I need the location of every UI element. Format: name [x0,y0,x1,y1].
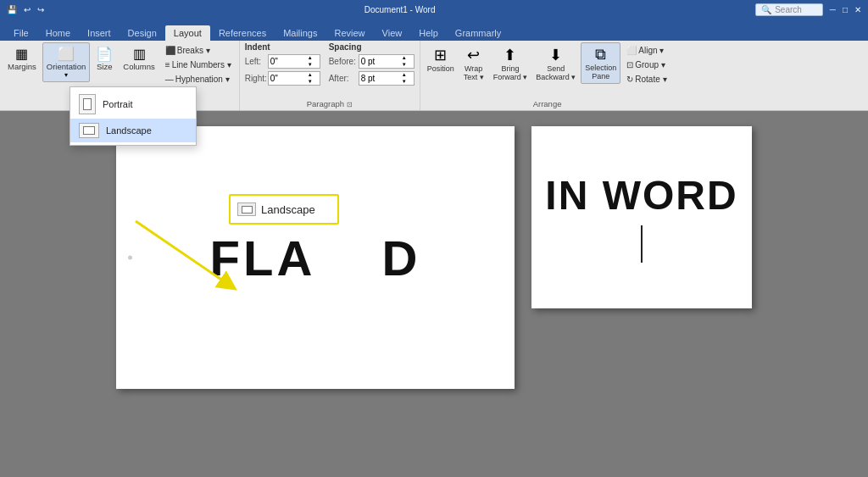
selection-pane-icon: ⧉ [595,46,606,64]
tab-design[interactable]: Design [120,25,165,41]
search-placeholder: Search [775,5,802,14]
line-numbers-button[interactable]: ≡ Line Numbers ▾ [161,58,236,71]
portrait-option[interactable]: Portrait [70,90,196,119]
document-page-1: FLA D [116,126,515,389]
align-button[interactable]: ⬜ Align ▾ [622,44,670,57]
window-minimize[interactable]: ─ [830,5,836,14]
margins-label: Margins [8,62,36,71]
tab-view[interactable]: View [374,25,411,41]
send-backward-button[interactable]: ⬇ SendBackward ▾ [532,42,579,85]
hyphenation-icon: — [165,75,174,84]
position-button[interactable]: ⊞ Position [424,42,458,76]
indent-right-label: Right: [245,74,265,83]
send-backward-label: SendBackward ▾ [536,64,576,81]
rotate-icon: ↻ [626,75,633,84]
tab-insert[interactable]: Insert [79,25,120,41]
orientation-dropdown-icon: ▾ [64,71,68,79]
position-icon: ⊞ [434,46,447,64]
bring-forward-icon: ⬆ [504,46,516,64]
page-2-cursor [641,225,643,263]
selection-pane-label: SelectionPane [585,64,616,80]
tab-references[interactable]: References [210,25,275,41]
spacing-before-down[interactable]: ▼ [402,62,407,68]
orientation-button[interactable]: ⬜ Orientation ▾ [42,42,90,82]
bring-forward-label: BringForward ▾ [493,64,528,81]
bring-forward-button[interactable]: ⬆ BringForward ▾ [490,42,531,85]
indent-right-down[interactable]: ▼ [308,79,313,85]
ribbon-group-paragraph: Indent Left: ▲ ▼ Right: [240,41,420,110]
tab-home[interactable]: Home [37,25,79,41]
spacing-after-value[interactable] [361,74,402,83]
callout-in-document: Landscape [229,194,339,225]
selection-pane-button[interactable]: ⧉ SelectionPane [581,42,620,84]
tab-review[interactable]: Review [326,25,374,41]
quick-access-undo[interactable]: ↩ [24,5,31,14]
margins-button[interactable]: ▦ Margins [3,42,41,75]
landscape-label: Landscape [106,125,152,136]
indent-left-spinner[interactable]: ▲ ▼ [308,55,313,67]
size-button[interactable]: 📄 Size [92,42,117,75]
indent-left-down[interactable]: ▼ [308,62,313,68]
document-title: Document1 - Word [51,5,748,14]
columns-button[interactable]: ▥ Columns [119,42,159,75]
callout-landscape-label: Landscape [261,203,315,216]
spacing-after-spinner[interactable]: ▲ ▼ [402,72,407,84]
wrap-text-label: WrapText ▾ [464,64,484,81]
spacing-before-row: Before: ▲ ▼ [329,54,415,69]
breaks-label: Breaks ▾ [177,46,210,55]
spacing-after-input[interactable]: ▲ ▼ [359,71,415,86]
quick-access-save[interactable]: 💾 [7,5,17,14]
group-label: Group ▾ [635,60,665,69]
portrait-icon [79,94,96,114]
indent-left-up[interactable]: ▲ [308,55,313,61]
window-close[interactable]: ✕ [854,5,861,14]
tab-layout[interactable]: Layout [165,25,210,41]
indent-left-input[interactable]: ▲ ▼ [268,54,320,69]
breaks-button[interactable]: ⬛ Breaks ▾ [161,44,236,57]
paragraph-group-label: Paragraph ⊡ [240,99,420,108]
hyphenation-button[interactable]: — Hyphenation ▾ [161,73,236,86]
margins-icon: ▦ [15,46,28,62]
columns-icon: ▥ [133,46,146,62]
indent-right-input[interactable]: ▲ ▼ [268,71,320,86]
indent-left-label: Left: [245,57,265,66]
send-backward-icon: ⬇ [549,46,562,64]
spacing-before-up[interactable]: ▲ [402,55,407,61]
spacing-after-down[interactable]: ▼ [402,79,407,85]
indent-right-up[interactable]: ▲ [308,72,313,78]
spacing-before-spinner[interactable]: ▲ ▼ [402,55,407,67]
landscape-option[interactable]: Landscape [70,119,196,142]
orientation-label: Orientation [47,62,86,71]
page-2-text: IN WORD [545,172,737,219]
callout-landscape-icon [237,202,256,216]
window-maximize[interactable]: □ [843,5,848,14]
group-button[interactable]: ⊡ Group ▾ [622,58,670,71]
indent-left-value[interactable] [270,57,308,66]
quick-access-redo[interactable]: ↪ [37,5,44,14]
indent-section: Indent Left: ▲ ▼ Right: [245,42,320,86]
line-numbers-label: Line Numbers ▾ [172,60,231,69]
indent-label: Indent [245,42,320,52]
size-label: Size [97,62,112,71]
tab-grammarly[interactable]: Grammarly [447,25,509,41]
indent-left-row: Left: ▲ ▼ [245,54,320,69]
page-1-text: FLA D [210,230,421,286]
tab-mailings[interactable]: Mailings [275,25,326,41]
indent-right-spinner[interactable]: ▲ ▼ [308,72,313,84]
search-box[interactable]: 🔍 Search [755,3,823,16]
search-icon: 🔍 [761,5,771,14]
rotate-button[interactable]: ↻ Rotate ▾ [622,73,670,86]
portrait-label: Portrait [103,99,132,109]
spacing-before-input[interactable]: ▲ ▼ [359,54,415,69]
wrap-text-button[interactable]: ↩ WrapText ▾ [459,42,488,85]
wrap-text-icon: ↩ [467,46,480,64]
size-icon: 📄 [96,46,113,62]
rotate-label: Rotate ▾ [635,75,666,84]
spacing-before-label: Before: [329,57,356,66]
tab-help[interactable]: Help [410,25,447,41]
tab-file[interactable]: File [5,25,37,41]
spacing-after-row: After: ▲ ▼ [329,71,415,86]
spacing-before-value[interactable] [361,57,402,66]
spacing-after-up[interactable]: ▲ [402,72,407,78]
indent-right-value[interactable] [270,74,308,83]
